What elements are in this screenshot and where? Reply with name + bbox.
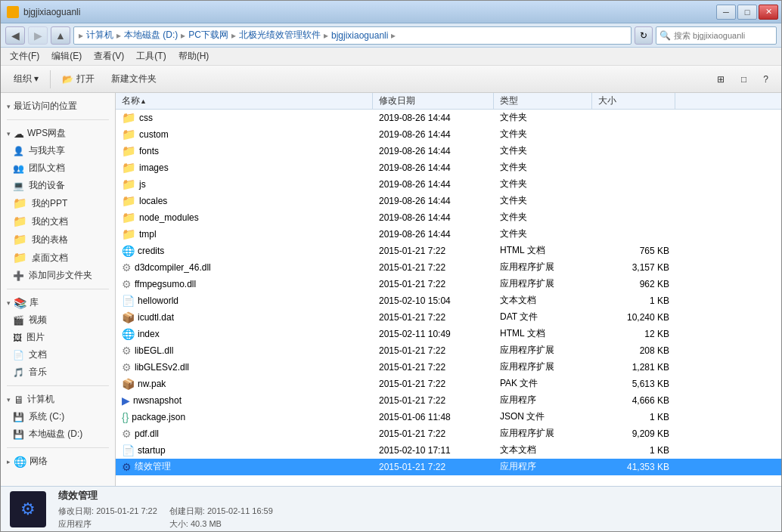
sidebar-item-photo[interactable]: 🖼 图片 [1,329,115,346]
file-row[interactable]: 📁 js 2019-08-26 14:44 文件夹 [116,176,781,193]
sidebar-label-photo: 图片 [26,331,45,344]
address-path[interactable]: ▸ 计算机 ▸ 本地磁盘 (D:) ▸ PC下载网 ▸ 北极光绩效管理软件 ▸ … [73,26,631,45]
file-row[interactable]: ▶ nwsnapshot 2015-01-21 7:22 应用程序 4,666 … [116,392,781,409]
file-row[interactable]: ⚙ d3dcompiler_46.dll 2015-01-21 7:22 应用程… [116,259,781,276]
file-date: 2015-01-21 7:22 [373,362,494,373]
file-row[interactable]: 📄 helloworld 2015-02-10 15:04 文本文档 1 KB [116,292,781,309]
sidebar-item-mysheet[interactable]: 📁 我的表格 [1,230,115,249]
file-row[interactable]: 📦 icudtl.dat 2015-01-21 7:22 DAT 文件 10,2… [116,309,781,326]
file-row[interactable]: ⚙ ffmpegsumo.dll 2015-01-21 7:22 应用程序扩展 … [116,276,781,292]
file-size: 1,281 KB [592,362,675,373]
network-icon: 🌐 [14,456,26,468]
forward-button[interactable]: ▶ [28,26,48,45]
file-row[interactable]: 📁 node_modules 2019-08-26 14:44 文件夹 [116,209,781,226]
file-name: index [138,329,160,339]
sidebar-item-myppt[interactable]: 📁 我的PPT [1,194,115,212]
sidebar-item-team[interactable]: 👥 团队文档 [1,159,115,177]
file-row[interactable]: {} package.json 2015-01-06 11:48 JSON 文件… [116,409,781,425]
sidebar-header-computer[interactable]: ▾ 🖥 计算机 [1,391,115,408]
sidebar-header-network[interactable]: ▸ 🌐 网络 [1,453,115,470]
sidebar-item-video[interactable]: 🎬 视频 [1,311,115,329]
sidebar-item-drive-c[interactable]: 💾 系统 (C:) [1,408,115,425]
menu-edit[interactable]: 编辑(E) [45,48,88,64]
sidebar-header-library[interactable]: ▾ 📚 库 [1,294,115,311]
sidebar-header-recent[interactable]: ▾ 最近访问的位置 [1,97,115,115]
status-size: 大小: 40.3 MB [169,518,273,530]
menu-help[interactable]: 帮助(H) [172,48,216,64]
file-row[interactable]: 🌐 credits 2015-01-21 7:22 HTML 文档 765 KB [116,243,781,259]
folder-icon-mydoc: 📁 [13,215,27,228]
file-name: nw.pak [138,379,166,389]
column-header-date[interactable]: 修改日期 [373,93,494,109]
file-type: 文件夹 [494,144,592,157]
file-type: 文件夹 [494,227,592,240]
minimize-button[interactable]: ─ [716,5,736,20]
open-button[interactable]: 📂 打开 [55,69,101,90]
column-header-name[interactable]: 名称 [116,93,373,109]
file-type: 应用程序扩展 [494,427,592,440]
file-row[interactable]: 📁 locales 2019-08-26 14:44 文件夹 [116,193,781,209]
file-list: 📁 css 2019-08-26 14:44 文件夹 📁 custom 2019… [116,110,781,486]
file-row[interactable]: 📁 fonts 2019-08-26 14:44 文件夹 [116,143,781,159]
close-button[interactable]: ✕ [759,5,778,20]
new-folder-button[interactable]: 新建文件夹 [104,69,163,90]
sidebar-item-shared[interactable]: 👤 与我共享 [1,142,115,159]
status-type: 应用程序 [58,518,157,530]
sidebar-item-addsync[interactable]: ➕ 添加同步文件夹 [1,267,115,284]
refresh-button[interactable]: ↻ [635,26,653,45]
file-row[interactable]: ⚙ 绩效管理 2015-01-21 7:22 应用程序 41,353 KB [116,459,781,475]
file-icon: 🌐 [122,245,135,257]
menu-file[interactable]: 文件(F) [4,48,45,64]
sidebar-item-mydoc[interactable]: 📁 我的文档 [1,212,115,230]
column-header-size[interactable]: 大小 [592,93,675,109]
file-name: node_modules [139,212,199,223]
file-icon: {} [122,411,129,423]
file-row[interactable]: 📦 nw.pak 2015-01-21 7:22 PAK 文件 5,613 KB [116,376,781,392]
sidebar-item-music[interactable]: 🎵 音乐 [1,363,115,381]
file-row[interactable]: 📁 css 2019-08-26 14:44 文件夹 [116,110,781,126]
maximize-button[interactable]: □ [737,5,757,20]
file-date: 2019-08-26 14:44 [373,229,494,240]
file-row[interactable]: 📁 tmpl 2019-08-26 14:44 文件夹 [116,226,781,243]
file-row[interactable]: 📁 custom 2019-08-26 14:44 文件夹 [116,126,781,143]
path-part-folder[interactable]: bjgjixiaoguanli [331,30,388,41]
column-header-type[interactable]: 类型 [494,93,592,109]
status-modified-label: 修改日期: [58,506,94,515]
sidebar: ▾ 最近访问的位置 ▾ ☁ WPS网盘 👤 与我共享 👥 团队文档 [1,93,116,486]
sidebar-item-document[interactable]: 📄 文档 [1,346,115,363]
file-name: libGLESv2.dll [135,362,189,373]
file-row[interactable]: 🌐 index 2015-02-11 10:49 HTML 文档 12 KB [116,326,781,342]
help-button[interactable]: ? [756,69,775,90]
file-type: JSON 文件 [494,410,592,423]
sidebar-item-mydevice[interactable]: 💻 我的设备 [1,177,115,194]
view-toggle-button-2[interactable]: □ [734,69,753,90]
path-part-software[interactable]: 北极光绩效管理软件 [239,29,321,42]
organize-button[interactable]: 组织 ▾ [7,69,45,90]
file-row[interactable]: ⚙ pdf.dll 2015-01-21 7:22 应用程序扩展 9,209 K… [116,425,781,442]
file-row[interactable]: ⚙ libGLESv2.dll 2015-01-21 7:22 应用程序扩展 1… [116,359,781,376]
file-row[interactable]: ⚙ libEGL.dll 2015-01-21 7:22 应用程序扩展 208 … [116,342,781,359]
menu-tools[interactable]: 工具(T) [130,48,172,64]
file-row[interactable]: 📁 images 2019-08-26 14:44 文件夹 [116,159,781,176]
up-button[interactable]: ▲ [51,26,70,45]
menu-view[interactable]: 查看(V) [88,48,130,64]
search-input[interactable] [674,31,773,40]
sidebar-item-drive-d[interactable]: 💾 本地磁盘 (D:) [1,425,115,443]
file-icon: 📁 [122,128,136,141]
document-icon: 📄 [13,350,24,360]
file-type: PAK 文件 [494,377,592,390]
sidebar-section-computer: ▾ 🖥 计算机 💾 系统 (C:) 💾 本地磁盘 (D:) [1,389,115,444]
sidebar-label-wps: WPS网盘 [27,127,66,140]
view-toggle-button[interactable]: ⊞ [710,69,731,90]
path-part-computer[interactable]: 计算机 [86,29,113,42]
file-date: 2015-02-10 15:04 [373,295,494,306]
sidebar-header-wps[interactable]: ▾ ☁ WPS网盘 [1,125,115,142]
path-part-drive[interactable]: 本地磁盘 (D:) [124,29,178,42]
file-date: 2015-01-06 11:48 [373,412,494,422]
path-part-download[interactable]: PC下载网 [188,29,228,42]
sidebar-item-desktop[interactable]: 📁 桌面文档 [1,249,115,267]
file-name: nwsnapshot [133,395,182,406]
file-row[interactable]: 📄 startup 2015-02-10 17:11 文本文档 1 KB [116,442,781,459]
sidebar-label-drive-d: 本地磁盘 (D:) [29,428,82,441]
back-button[interactable]: ◀ [5,26,25,45]
